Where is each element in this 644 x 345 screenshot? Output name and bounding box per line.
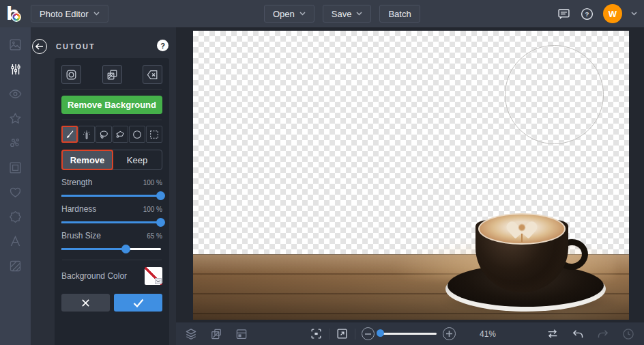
brush-size-value: 65 %: [147, 232, 162, 240]
hardness-value: 100 %: [143, 206, 162, 213]
zoom-out-button[interactable]: [362, 327, 375, 340]
minus-icon: [365, 333, 371, 335]
zoom-slider[interactable]: [381, 333, 437, 335]
magic-wand-icon: [81, 129, 92, 140]
panel-title: CUTOUT: [56, 42, 96, 51]
rail-item-artsy[interactable]: [6, 111, 25, 126]
separator: [329, 329, 330, 340]
divider: [62, 89, 162, 90]
slider-thumb[interactable]: [121, 245, 130, 253]
zoom-slider-thumb[interactable]: [377, 329, 384, 337]
lasso-tool[interactable]: [96, 126, 112, 143]
history-icon[interactable]: [621, 327, 635, 341]
polygon-lasso-tool[interactable]: [113, 126, 129, 143]
layers-icon[interactable]: [184, 327, 198, 341]
compare-icon[interactable]: [546, 328, 559, 340]
rail-item-graphics[interactable]: [6, 209, 25, 225]
redo-icon[interactable]: [596, 328, 610, 340]
rectangle-marquee-icon: [149, 129, 160, 140]
back-arrow-icon: [35, 43, 44, 50]
hardness-slider[interactable]: [61, 221, 161, 223]
cancel-button[interactable]: [61, 294, 110, 312]
texture-icon: [8, 259, 23, 273]
rail-item-touchup[interactable]: [6, 135, 25, 151]
cutout-top-tools: [61, 65, 162, 84]
fit-screen-icon[interactable]: [310, 327, 323, 340]
photo-editor-app: b Photo Editor Open Save Batch ?: [0, 0, 644, 345]
plus-icon: [446, 331, 452, 337]
layout-icon[interactable]: [235, 327, 248, 341]
mode-keep-button[interactable]: Keep: [113, 150, 162, 169]
background-color-swatch[interactable]: [145, 267, 162, 285]
avatar[interactable]: W: [603, 4, 622, 23]
tool-rail: [0, 27, 31, 345]
sliders-icon: [9, 62, 23, 77]
cutout-actions: [61, 294, 162, 312]
batch-button[interactable]: Batch: [379, 5, 420, 23]
badge-icon: [8, 210, 23, 224]
erase-icon[interactable]: [143, 65, 162, 84]
paintbrush-tool[interactable]: [61, 126, 78, 143]
chevron-down-icon: [356, 12, 362, 16]
brush-size-slider-group: Brush Size 65 %: [61, 231, 162, 250]
cutout-card: Remove Background: [55, 58, 169, 345]
fullscreen-icon[interactable]: [336, 327, 349, 340]
canvas[interactable]: [193, 31, 629, 320]
mask-icon[interactable]: [61, 65, 81, 84]
mode-remove-button[interactable]: Remove: [61, 150, 113, 170]
strength-label: Strength: [61, 178, 92, 187]
save-button[interactable]: Save: [323, 5, 372, 23]
cutout-panel: CUTOUT ? Remove Background: [31, 27, 176, 345]
rectangle-select-tool[interactable]: [146, 126, 162, 143]
background-color-label: Background Color: [61, 271, 127, 281]
open-button[interactable]: Open: [264, 5, 314, 23]
app-switcher-button[interactable]: Photo Editor: [31, 5, 108, 23]
back-button[interactable]: [32, 39, 47, 54]
chevron-down-icon: [299, 12, 306, 16]
rail-item-frames[interactable]: [6, 160, 25, 176]
divider: [62, 260, 162, 260]
strength-value: 100 %: [143, 179, 162, 187]
slider-thumb[interactable]: [156, 218, 165, 227]
slider-thumb[interactable]: [156, 191, 165, 200]
latte-surface: [478, 213, 566, 245]
confirm-button[interactable]: [114, 294, 162, 312]
chevron-down-icon[interactable]: [631, 12, 637, 16]
undo-icon[interactable]: [571, 328, 585, 340]
replace-background-icon[interactable]: [102, 65, 122, 84]
rail-item-edit[interactable]: [6, 61, 25, 77]
brush-size-slider[interactable]: [61, 248, 161, 250]
rail-item-text[interactable]: [6, 234, 25, 249]
strength-slider-group: Strength 100 %: [61, 178, 162, 197]
strength-slider[interactable]: [61, 195, 161, 197]
polygon-lasso-icon: [115, 129, 126, 140]
workspace: 41%: [176, 27, 644, 345]
ellipse-icon: [132, 129, 143, 140]
rail-item-photo[interactable]: [6, 37, 25, 53]
canvas-transform-icon[interactable]: [209, 327, 223, 341]
touchup-circles-icon: [8, 136, 23, 150]
top-bar: b Photo Editor Open Save Batch ?: [0, 0, 644, 27]
eye-icon: [8, 87, 23, 101]
heart-icon: [8, 185, 23, 199]
x-icon: [81, 299, 90, 307]
mode-toggle: Remove Keep: [61, 150, 162, 170]
rail-item-effects[interactable]: [6, 86, 25, 102]
brush-size-label: Brush Size: [61, 231, 101, 240]
chevron-down-icon: [93, 12, 100, 16]
remove-background-button[interactable]: Remove Background: [61, 96, 162, 114]
brush-cursor-circle[interactable]: [505, 45, 604, 144]
color-wheel-icon: [12, 12, 21, 22]
befunky-logo-icon[interactable]: b: [6, 3, 23, 24]
ellipse-select-tool[interactable]: [129, 126, 145, 143]
check-icon: [133, 299, 144, 307]
help-icon[interactable]: ?: [157, 40, 169, 51]
help-circle-icon[interactable]: ?: [580, 7, 594, 21]
background-color-row: Background Color: [61, 267, 162, 285]
zoom-in-button[interactable]: [443, 327, 456, 340]
chat-icon[interactable]: [557, 7, 571, 21]
magic-wand-tool[interactable]: [78, 126, 95, 143]
rail-item-textures[interactable]: [6, 258, 25, 274]
chevron-down-icon: [155, 278, 162, 284]
rail-item-overlays[interactable]: [6, 184, 25, 200]
